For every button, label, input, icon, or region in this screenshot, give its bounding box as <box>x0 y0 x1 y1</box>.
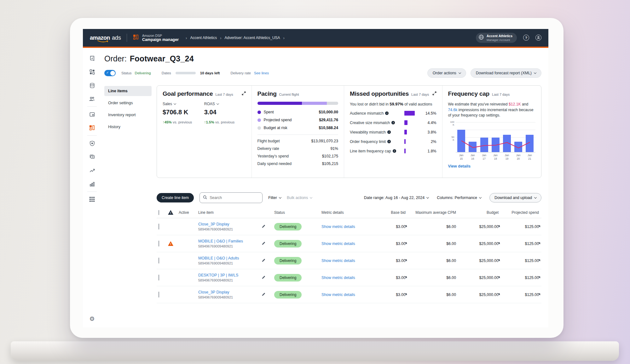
row-checkbox[interactable] <box>159 241 159 247</box>
search-input[interactable] <box>210 196 259 200</box>
col-active[interactable]: Active <box>179 210 198 215</box>
budget-cell[interactable]: $25,000.00 <box>459 225 501 229</box>
max-cpm-cell[interactable]: $6.00 <box>408 259 459 263</box>
breadcrumb-advertiser[interactable]: Advertiser: Accent Athletics_USA <box>224 36 280 40</box>
show-metric-details-link[interactable]: Show metric details <box>321 225 355 229</box>
user-account-icon[interactable] <box>535 35 541 41</box>
projected-spend-cell[interactable]: $125.00 <box>501 293 541 297</box>
row-checkbox[interactable] <box>159 275 159 281</box>
line-item-name-link[interactable]: Close_3P Display <box>198 222 262 226</box>
max-cpm-cell[interactable]: $6.00 <box>408 293 459 297</box>
max-cpm-cell[interactable]: $6.00 <box>408 242 459 246</box>
view-details-link[interactable]: View details <box>448 164 471 168</box>
metric-selector[interactable]: Sales <box>163 102 204 106</box>
edit-pencil-icon[interactable] <box>262 275 274 281</box>
see-lines-link[interactable]: See lines <box>254 71 269 75</box>
columns-dropdown[interactable]: Columns: Performance <box>437 196 481 200</box>
base-bid-cell[interactable]: $3.00 <box>378 293 408 297</box>
settings-gear-icon[interactable]: ⚙ <box>89 315 95 322</box>
edit-pencil-icon[interactable] <box>262 258 274 264</box>
dsp-campaigns-icon[interactable] <box>89 124 95 131</box>
bulk-actions-dropdown[interactable]: Bulk actions <box>287 196 312 200</box>
projected-spend-cell[interactable]: $125.00 <box>501 276 541 280</box>
chevron-down-icon <box>217 102 219 105</box>
legend-dot <box>257 111 261 114</box>
creatives-icon[interactable] <box>89 111 95 118</box>
expand-icon[interactable] <box>432 91 436 97</box>
line-item-name-link[interactable]: MOBILE | O&O | Families <box>198 239 262 243</box>
col-base-bid[interactable]: Base bid <box>378 210 408 215</box>
line-item-name-link[interactable]: Close_3P Display <box>198 290 262 294</box>
line-item-name-link[interactable]: MOBILE | O&O | Adults <box>198 256 262 260</box>
orders-icon[interactable] <box>89 55 95 62</box>
row-checkbox[interactable] <box>159 224 159 230</box>
show-metric-details-link[interactable]: Show metric details <box>321 293 355 297</box>
date-range-dropdown[interactable]: Date range: Aug 16 - Aug 22, 2024 <box>364 196 429 200</box>
brand-safety-icon[interactable] <box>89 140 95 147</box>
projected-spend-cell[interactable]: $125.00 <box>501 242 541 246</box>
edit-pencil-icon[interactable] <box>262 292 274 298</box>
deals-icon[interactable] <box>89 153 95 160</box>
audiences-icon[interactable] <box>89 95 95 102</box>
budget-cell[interactable]: $25,000.00 <box>459 259 501 263</box>
line-item-name-link[interactable]: DESKTOP | 3P | IM/LS <box>198 273 262 277</box>
missed-value: 3.8% <box>425 130 436 134</box>
col-status[interactable]: Status <box>274 210 321 215</box>
max-cpm-cell[interactable]: $6.00 <box>408 225 459 229</box>
create-line-item-button[interactable]: Create line item <box>157 193 194 202</box>
metric-selector[interactable]: ROAS <box>204 102 246 106</box>
impressions-link[interactable]: 74.6k <box>448 108 458 112</box>
base-bid-cell[interactable]: $3.00 <box>378 225 408 229</box>
budget-cell[interactable]: $25,000.00 <box>459 276 501 280</box>
max-cpm-cell[interactable]: $6.00 <box>408 276 459 280</box>
help-icon[interactable]: ? <box>523 35 529 41</box>
subnav-inventory-report[interactable]: Inventory report <box>104 110 152 120</box>
projected-spend-cell[interactable]: $125.00 <box>501 225 541 229</box>
col-metric-details[interactable]: Metric details <box>321 210 378 215</box>
info-icon[interactable]: i <box>391 121 395 124</box>
base-bid-cell[interactable]: $3.00 <box>378 259 408 263</box>
show-metric-details-link[interactable]: Show metric details <box>321 242 355 246</box>
data-icon[interactable] <box>89 82 95 89</box>
budget-cell[interactable]: $25,000.00 <box>459 293 501 297</box>
info-icon[interactable]: i <box>387 130 391 134</box>
pacing-stat-row: Flight budget$13,091,070.23 <box>257 139 338 143</box>
order-actions-button[interactable]: Order actions <box>427 68 466 78</box>
app-switcher[interactable]: Amazon DSP Campaign manager <box>142 34 179 42</box>
select-all-checkbox[interactable] <box>159 210 159 215</box>
show-metric-details-link[interactable]: Show metric details <box>321 276 355 280</box>
base-bid-cell[interactable]: $3.00 <box>378 242 408 246</box>
info-icon[interactable]: i <box>387 140 391 143</box>
info-icon[interactable]: i <box>385 111 389 115</box>
dashboard-icon[interactable] <box>89 68 95 75</box>
col-projected-spend[interactable]: Projected spend <box>501 210 541 215</box>
breadcrumb-entity[interactable]: Accent Athletics <box>190 36 217 40</box>
edit-pencil-icon[interactable] <box>262 241 274 247</box>
download-upload-button[interactable]: Download and upload <box>489 193 541 202</box>
download-forecast-button[interactable]: Download forecast report (XML) <box>471 68 541 78</box>
col-max-cpm[interactable]: Maximum average CPM <box>408 210 459 215</box>
row-checkbox[interactable] <box>159 258 159 264</box>
amazon-ads-logo[interactable]: amazon ads <box>90 35 121 41</box>
subnav-line-items[interactable]: Line items <box>104 86 152 96</box>
apps-grid-icon[interactable] <box>89 196 95 203</box>
expand-icon[interactable] <box>242 91 246 97</box>
status-badge: Delivering <box>274 291 302 299</box>
subnav-history[interactable]: History <box>104 122 152 132</box>
filter-dropdown[interactable]: Filter <box>268 196 281 200</box>
row-checkbox[interactable] <box>159 292 159 298</box>
warning-column-icon: ! <box>168 210 173 215</box>
trends-icon[interactable] <box>89 167 95 174</box>
base-bid-cell[interactable]: $3.00 <box>378 276 408 280</box>
col-line-item[interactable]: Line item <box>198 210 262 215</box>
col-budget[interactable]: Budget <box>459 210 501 215</box>
info-icon[interactable]: i <box>393 149 396 153</box>
subnav-order-settings[interactable]: Order settings <box>104 98 152 108</box>
reports-icon[interactable] <box>89 180 95 187</box>
budget-cell[interactable]: $25,000.00 <box>459 242 501 246</box>
order-active-toggle[interactable] <box>104 70 116 76</box>
edit-pencil-icon[interactable] <box>262 224 274 230</box>
show-metric-details-link[interactable]: Show metric details <box>321 259 355 263</box>
account-switcher[interactable]: Accent Athletics Manager Account <box>476 33 517 43</box>
projected-spend-cell[interactable]: $125.00 <box>501 259 541 263</box>
